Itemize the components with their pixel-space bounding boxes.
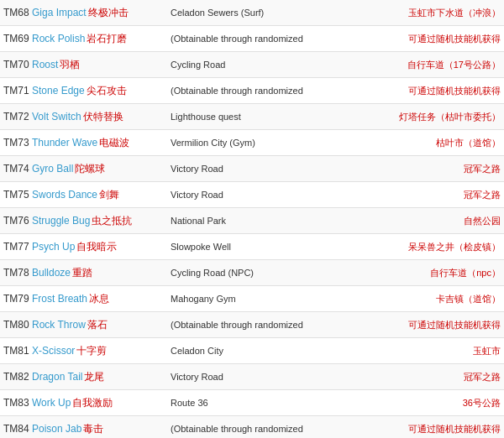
move-english: Work Up 自我激励 xyxy=(32,396,171,410)
move-cn-name: 剑舞 xyxy=(99,188,119,202)
move-cn-name: 尖石攻击 xyxy=(87,84,127,98)
move-location: Lighthouse quest xyxy=(171,112,313,122)
tm-number: TM78 xyxy=(0,267,32,279)
move-cn-location: 自然公园 xyxy=(313,215,504,227)
tm-table: TM68 Giga Impact 终极冲击 Celadon Sewers (Su… xyxy=(0,0,504,438)
move-location: (Obtainable through randomized xyxy=(171,424,313,434)
move-english: Swords Dance 剑舞 xyxy=(32,188,171,202)
move-english: Psych Up 自我暗示 xyxy=(32,240,171,254)
tm-number: TM84 xyxy=(0,423,32,435)
move-cn-location: 冠军之路 xyxy=(313,163,504,175)
move-location: Mahogany Gym xyxy=(171,294,313,304)
table-row: TM80 Rock Throw 落石 (Obtainable through r… xyxy=(0,312,504,338)
move-cn-name: 终极冲击 xyxy=(88,6,129,20)
table-row: TM81 X-Scissor 十字剪 Celadon City 玉虹市 xyxy=(0,338,504,364)
move-english: Rock Polish 岩石打磨 xyxy=(32,32,171,46)
move-en-name: Dragon Tail xyxy=(32,371,82,383)
move-cn-name: 自我激励 xyxy=(72,396,113,410)
move-cn-name: 冰息 xyxy=(89,292,109,306)
table-row: TM83 Work Up 自我激励 Route 36 36号公路 xyxy=(0,390,504,416)
move-cn-location: 自行车道（17号公路） xyxy=(313,59,504,71)
tm-number: TM72 xyxy=(0,111,32,123)
tm-number: TM82 xyxy=(0,371,32,383)
table-row: TM82 Dragon Tail 龙尾 Victory Road 冠军之路 xyxy=(0,364,504,390)
move-cn-name: 陀螺球 xyxy=(75,162,105,176)
move-cn-name: 落石 xyxy=(87,318,108,332)
move-location: Celadon City xyxy=(171,346,313,356)
move-english: Thunder Wave 电磁波 xyxy=(32,136,171,150)
move-cn-location: 冠军之路 xyxy=(313,371,504,383)
move-english: Gyro Ball 陀螺球 xyxy=(32,162,171,176)
move-cn-name: 自我暗示 xyxy=(76,240,117,254)
tm-number: TM80 xyxy=(0,319,32,331)
move-cn-location: 冠军之路 xyxy=(313,189,504,201)
move-english: Volt Switch 伏特替换 xyxy=(32,110,171,124)
move-en-name: Work Up xyxy=(32,397,71,409)
move-cn-location: 玉虹市下水道（冲浪） xyxy=(313,7,504,19)
table-row: TM84 Poison Jab 毒击 (Obtainable through r… xyxy=(0,416,504,438)
move-english: X-Scissor 十字剪 xyxy=(32,344,171,358)
move-location: Cycling Road xyxy=(171,60,313,70)
table-row: TM70 Roost 羽栖 Cycling Road 自行车道（17号公路） xyxy=(0,52,504,78)
move-location: (Obtainable through randomized xyxy=(171,86,313,96)
move-en-name: Volt Switch xyxy=(32,111,81,123)
tm-number: TM74 xyxy=(0,163,32,175)
move-english: Dragon Tail 龙尾 xyxy=(32,370,171,384)
move-location: (Obtainable through randomized xyxy=(171,320,313,330)
move-cn-name: 羽栖 xyxy=(60,58,80,72)
move-cn-location: 可通过随机技能机获得 xyxy=(313,85,504,97)
move-cn-name: 毒击 xyxy=(83,422,103,436)
table-row: TM78 Bulldoze 重踏 Cycling Road (NPC) 自行车道… xyxy=(0,260,504,286)
move-en-name: X-Scissor xyxy=(32,345,75,357)
move-en-name: Thunder Wave xyxy=(32,137,97,149)
tm-number: TM79 xyxy=(0,293,32,305)
move-en-name: Swords Dance xyxy=(32,189,97,201)
move-en-name: Frost Breath xyxy=(32,293,87,305)
move-cn-location: 可通过随机技能机获得 xyxy=(313,319,504,331)
move-en-name: Psych Up xyxy=(32,241,75,253)
move-location: Route 36 xyxy=(171,398,313,408)
move-en-name: Roost xyxy=(32,59,58,70)
move-cn-location: 玉虹市 xyxy=(313,345,504,357)
table-row: TM69 Rock Polish 岩石打磨 (Obtainable throug… xyxy=(0,26,504,52)
table-row: TM79 Frost Breath 冰息 Mahogany Gym 卡吉镇（道馆… xyxy=(0,286,504,312)
table-row: TM73 Thunder Wave 电磁波 Vermilion City (Gy… xyxy=(0,130,504,156)
move-english: Struggle Bug 虫之抵抗 xyxy=(32,214,171,228)
move-en-name: Struggle Bug xyxy=(32,215,90,227)
move-location: National Park xyxy=(171,216,313,226)
move-cn-location: 可通过随机技能机获得 xyxy=(313,33,504,45)
move-cn-location: 自行车道（npc） xyxy=(313,267,504,279)
move-cn-name: 虫之抵抗 xyxy=(92,214,132,228)
move-cn-location: 呆呆兽之井（桧皮镇） xyxy=(313,241,504,253)
move-cn-location: 灯塔任务（枯叶市委托） xyxy=(313,111,504,123)
move-cn-name: 伏特替换 xyxy=(83,110,123,124)
move-cn-location: 枯叶市（道馆） xyxy=(313,137,504,149)
table-row: TM72 Volt Switch 伏特替换 Lighthouse quest 灯… xyxy=(0,104,504,130)
move-location: Slowpoke Well xyxy=(171,242,313,252)
move-english: Stone Edge 尖石攻击 xyxy=(32,84,171,98)
move-en-name: Rock Throw xyxy=(32,319,86,331)
move-cn-location: 可通过随机技能机获得 xyxy=(313,423,504,435)
move-location: Victory Road xyxy=(171,372,313,382)
move-location: Cycling Road (NPC) xyxy=(171,268,313,278)
move-location: Celadon Sewers (Surf) xyxy=(171,8,313,18)
move-english: Poison Jab 毒击 xyxy=(32,422,171,436)
tm-number: TM81 xyxy=(0,345,32,357)
move-cn-name: 电磁波 xyxy=(99,136,129,150)
move-english: Roost 羽栖 xyxy=(32,58,171,72)
move-english: Bulldoze 重踏 xyxy=(32,266,171,280)
move-location: Victory Road xyxy=(171,190,313,200)
move-cn-name: 岩石打磨 xyxy=(87,32,127,46)
table-row: TM68 Giga Impact 终极冲击 Celadon Sewers (Su… xyxy=(0,0,504,26)
table-row: TM76 Struggle Bug 虫之抵抗 National Park 自然公… xyxy=(0,208,504,234)
tm-number: TM68 xyxy=(0,7,32,18)
table-row: TM77 Psych Up 自我暗示 Slowpoke Well 呆呆兽之井（桧… xyxy=(0,234,504,260)
move-location: (Obtainable through randomized xyxy=(171,34,313,44)
tm-number: TM76 xyxy=(0,215,32,227)
move-en-name: Stone Edge xyxy=(32,85,85,96)
tm-number: TM69 xyxy=(0,33,32,44)
move-en-name: Poison Jab xyxy=(32,423,81,435)
table-row: TM75 Swords Dance 剑舞 Victory Road 冠军之路 xyxy=(0,182,504,208)
tm-number: TM71 xyxy=(0,85,32,96)
move-cn-name: 龙尾 xyxy=(84,370,104,384)
